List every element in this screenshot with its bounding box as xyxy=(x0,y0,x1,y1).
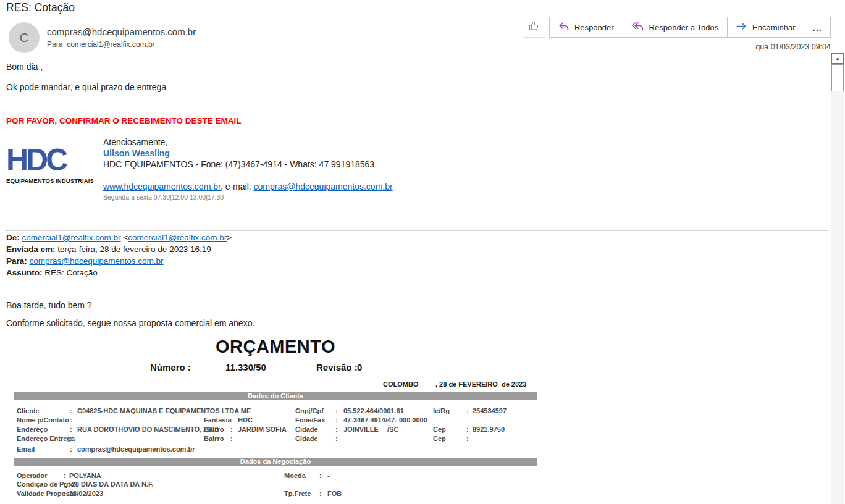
quoted-body-line: Conforme solicitado, segue nossa propost… xyxy=(6,318,254,328)
validade-label: Validade Proposta xyxy=(17,490,75,497)
moeda-value: - xyxy=(327,472,330,479)
message-toolbar: Responder Responder a Todos Encaminhar . xyxy=(523,17,831,38)
bairro-value: JARDIM SOFIA xyxy=(238,426,287,433)
colon: : xyxy=(335,416,338,424)
colon: : xyxy=(466,426,469,433)
recipient-address[interactable]: comercial1@realfix.com.br xyxy=(67,40,154,49)
from-address-link[interactable]: comercial1@realfix.com.br xyxy=(22,233,121,242)
document-city: COLOMBO xyxy=(383,380,418,388)
hdc-logo-text: HDC xyxy=(6,146,103,174)
email-signature: HDC EQUIPAMENTOS INDUSTRIAIS Atenciosame… xyxy=(6,137,393,201)
from-address-link2[interactable]: comercial1@realfix.com.br xyxy=(128,233,227,242)
reply-all-button[interactable]: Responder a Todos xyxy=(623,17,728,38)
ierg-label: Ie/Rg xyxy=(433,407,450,414)
contato-label: Nome p/Contato xyxy=(17,416,69,424)
business-hours: Segunda à sexta 07:30|12:00 13:00|17:30 xyxy=(103,193,393,201)
sent-value: terça-feira, 28 de fevereiro de 2023 16:… xyxy=(57,245,211,254)
colon: : xyxy=(335,426,338,433)
recipient-line: Paracomercial1@realfix.com.br xyxy=(47,40,155,49)
client-email-value: compras@hdcequipamentos.com.br xyxy=(77,445,195,453)
client-section-header: Dados do Cliente xyxy=(14,392,537,400)
bracket-close: > xyxy=(227,233,232,242)
endereco-entrega-label: Endereço Entrega xyxy=(17,435,75,442)
operador-label: Operador xyxy=(17,472,48,479)
cliente-value: C04825-HDC MAQUINAS E EQUIPAMENTOS LTDA … xyxy=(77,407,251,414)
quoted-to-label: Para: xyxy=(6,256,30,266)
colon: : xyxy=(466,435,469,442)
thumbs-up-icon xyxy=(528,20,539,34)
forward-button[interactable]: Encaminhar xyxy=(727,17,804,38)
colon: : xyxy=(70,426,72,433)
colon: : xyxy=(64,490,66,497)
endereco-label: Endereço xyxy=(17,426,48,433)
colon: : xyxy=(319,490,322,497)
website-link[interactable]: www.hdcequipamentos.com.br xyxy=(103,182,221,191)
cliente-label: Cliente xyxy=(17,407,40,414)
quoted-body-line: Boa tarde, tudo bem ? xyxy=(6,300,92,310)
email-sep: , e-mail: xyxy=(221,182,254,191)
colon: : xyxy=(466,407,469,414)
cidade2-label: Cidade xyxy=(295,435,318,442)
document-title: ORÇAMENTO xyxy=(14,337,537,357)
email-reading-pane: RES: Cotação Responder xyxy=(0,0,845,504)
more-actions-button[interactable]: ... xyxy=(804,17,831,38)
quoted-from-line: De: comercial1@realfix.com.br <comercial… xyxy=(6,233,232,242)
reply-all-button-label: Responder a Todos xyxy=(649,23,719,32)
quoted-to-line: Para: compras@hdcequipamentos.com.br xyxy=(6,256,164,266)
signature-name: Uilson Wessling xyxy=(103,148,393,158)
hdc-logo: HDC EQUIPAMENTOS INDUSTRIAIS xyxy=(6,137,103,201)
cnpj-label: Cnpj/Cpf xyxy=(295,407,324,414)
signature-text: Atenciosamente, Uilson Wessling HDC EQUI… xyxy=(103,137,393,201)
to-label: Para xyxy=(47,40,62,49)
colon: : xyxy=(230,435,233,442)
ierg-value: 254534597 xyxy=(473,407,507,414)
colon: : xyxy=(70,445,72,453)
signature-email-link[interactable]: compras@hdcequipamentos.com.br xyxy=(254,182,393,191)
signature-company: HDC EQUIPAMENTOS - Fone: (47)3467-4914 -… xyxy=(103,159,393,169)
colon: : xyxy=(64,472,66,479)
fantasia-label: Fantasia xyxy=(204,416,232,424)
operador-value: POLYANA xyxy=(69,472,101,479)
quoted-subject-label: Assunto: xyxy=(6,268,44,277)
quoted-to-link[interactable]: compras@hdcequipamentos.com.br xyxy=(30,256,164,266)
fonefax-label: Fone/Fax xyxy=(295,416,325,424)
colon: : xyxy=(64,481,66,488)
hdc-logo-caption: EQUIPAMENTOS INDUSTRIAIS xyxy=(6,177,103,184)
signature-closing: Atenciosamente, xyxy=(103,137,393,147)
colon: : xyxy=(70,435,72,442)
scrollbar-thumb[interactable] xyxy=(831,64,844,91)
cep2-label: Cep xyxy=(433,435,446,442)
body-line: Ok pode mandar, e qual prazo de entrega xyxy=(6,82,166,92)
sender-avatar[interactable]: C xyxy=(9,22,40,53)
sender-address[interactable]: compras@hdcequipamentos.com.br xyxy=(47,27,196,37)
revisao-label: Revisão : xyxy=(316,362,358,372)
cep-value: 8921.9750 xyxy=(473,426,505,433)
forward-icon xyxy=(736,22,747,33)
reply-button[interactable]: Responder xyxy=(549,17,623,38)
cidade-label: Cidade xyxy=(295,426,318,433)
moeda-label: Moeda xyxy=(284,472,306,479)
received-timestamp: qua 01/03/2023 09:04 xyxy=(755,43,831,51)
bracket-open: < xyxy=(121,233,128,242)
like-button[interactable] xyxy=(523,17,545,38)
endereco-value: RUA DOROTHOVIO DO NASCIMENTO, 2660 xyxy=(77,426,219,433)
bairro2-label: Bairro xyxy=(204,435,224,442)
colon: : xyxy=(230,426,233,433)
cnpj-value: 05.522.464/0001.81 xyxy=(343,407,404,414)
scrollbar-up-button[interactable]: ▲ xyxy=(831,53,844,64)
scrollbar[interactable]: ▲ xyxy=(831,53,844,504)
colon: : xyxy=(230,416,233,424)
condicao-value: -28 DIAS DA DATA DA N.F. xyxy=(69,481,154,488)
body-line: Bom dia , xyxy=(6,62,43,72)
reply-all-icon xyxy=(632,22,644,33)
colon: : xyxy=(319,472,322,479)
numero-value: 11.330/50 xyxy=(225,362,266,372)
numero-label: Número : xyxy=(150,362,191,372)
email-subject: RES: Cotação xyxy=(6,1,75,14)
fantasia-value: HDC xyxy=(238,416,253,424)
confirmation-notice: POR FAVOR, CONFIRMAR O RECEBIMENTO DESTE… xyxy=(6,116,242,125)
document-date: , 28 de FEVEREIRO de 2023 xyxy=(435,380,526,388)
quoted-message-divider xyxy=(5,230,828,231)
reply-button-label: Responder xyxy=(574,23,614,32)
negotiation-section-header: Dados da Negociação xyxy=(14,458,537,466)
